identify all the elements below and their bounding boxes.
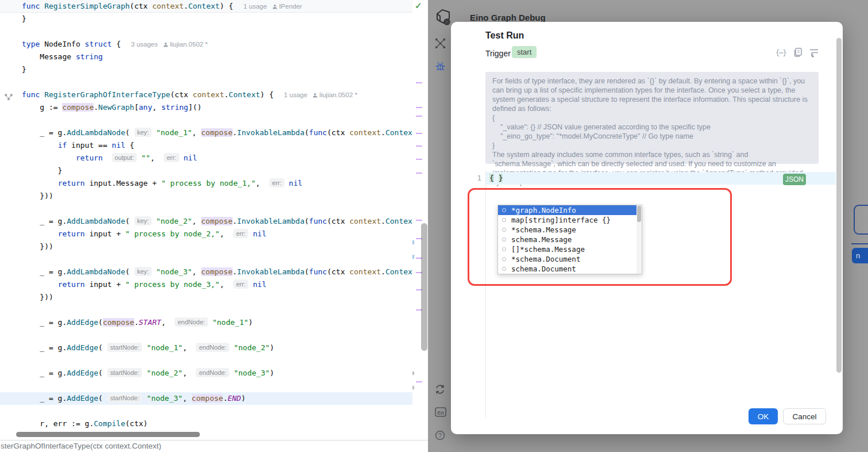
refresh-icon[interactable]: [435, 384, 445, 397]
type-autocomplete-dropdown: *graph.NodeInfomap[string]interface {}*s…: [497, 205, 642, 274]
code-line[interactable]: _ = g.AddEdge(compose.START, endNode: "n…: [0, 316, 412, 329]
autocomplete-items: *graph.NodeInfomap[string]interface {}*s…: [498, 205, 642, 274]
interface-help-note: For fields of type interface, they are r…: [485, 72, 819, 164]
code-line[interactable]: _ = g.AddLambdaNode( key: "node_1", comp…: [0, 127, 412, 139]
code-line[interactable]: [0, 253, 412, 266]
error-stripe[interactable]: [411, 0, 428, 428]
author-hint[interactable]: liujian.0502 *: [313, 91, 357, 98]
vertical-scrollbar[interactable]: [421, 223, 427, 351]
gutter-separator: [485, 170, 486, 417]
inlay-hint: key:: [134, 267, 152, 276]
wrap-return-icon[interactable]: [809, 47, 820, 59]
code-line[interactable]: return output: "", err: nil: [0, 152, 412, 164]
code-editor-pane[interactable]: func RegisterSimpleGraph(ctx context.Con…: [0, 0, 428, 452]
stripe-mark: [416, 82, 422, 83]
code-line[interactable]: [0, 76, 412, 89]
inlay-hint: key:: [134, 128, 152, 137]
author-hint[interactable]: liujian.0502 *: [163, 41, 208, 48]
inlay-hint: endNode:: [196, 343, 229, 352]
code-line[interactable]: return input.Message + " process by node…: [0, 177, 412, 190]
code-line[interactable]: }: [0, 63, 412, 76]
code-line[interactable]: return input + " process by node_3,", er…: [0, 278, 412, 291]
ok-button[interactable]: OK: [749, 408, 778, 424]
usages-hint[interactable]: 3 usages: [131, 41, 158, 48]
horizontal-scrollbar[interactable]: [16, 432, 200, 437]
inlay-hint: startNode:: [107, 393, 142, 403]
copy-icon[interactable]: [793, 47, 804, 59]
code-line[interactable]: if input == nil {: [0, 139, 412, 152]
autocomplete-item[interactable]: *schema.Message: [498, 225, 642, 235]
format-braces-icon[interactable]: {⋯}: [776, 47, 787, 59]
code-line[interactable]: [0, 25, 412, 38]
open-brace: {: [489, 174, 494, 182]
author-hint[interactable]: IPender: [272, 3, 302, 10]
code-line[interactable]: [0, 114, 412, 127]
code-line[interactable]: func RegisterSimpleGraph(ctx context.Con…: [0, 0, 412, 13]
code-line[interactable]: r, err := g.Compile(ctx): [0, 417, 412, 430]
usages-hint[interactable]: 1 usage: [284, 91, 307, 98]
enclosing-function-bar: sterGraphOfInterfaceType(ctx context.Con…: [0, 440, 428, 452]
debug-bug-icon[interactable]: [435, 61, 446, 74]
background-test-run-button[interactable]: n: [852, 248, 868, 263]
code-line[interactable]: Message string: [0, 51, 412, 63]
dropdown-scrollbar-track[interactable]: [636, 205, 642, 274]
code-lines: func RegisterSimpleGraph(ctx context.Con…: [0, 0, 428, 430]
code-line[interactable]: }: [0, 13, 412, 25]
code-line[interactable]: g := compose.NewGraph[any, string](): [0, 101, 412, 114]
inlay-hint: err:: [233, 229, 249, 238]
code-line[interactable]: _ = g.AddLambdaNode( key: "node_2", comp…: [0, 215, 412, 228]
autocomplete-item[interactable]: *schema.Document: [498, 254, 642, 264]
autocomplete-item[interactable]: []*schema.Message: [498, 244, 642, 254]
line-number: 1: [472, 172, 481, 185]
cancel-button[interactable]: Cancel: [783, 408, 826, 424]
help-icon[interactable]: ?: [435, 430, 445, 443]
test-run-modal: Test Run Trigger node start {⋯} For fiel…: [451, 22, 843, 434]
code-line[interactable]: })): [0, 190, 412, 202]
autocomplete-item[interactable]: *graph.NodeInfo: [498, 205, 642, 215]
inlay-hint: err:: [233, 279, 249, 289]
close-brace: }: [499, 174, 503, 182]
code-line[interactable]: [0, 380, 412, 392]
type-circle-icon: [502, 257, 506, 261]
code-line[interactable]: type NodeInfo struct { 3 usagesliujian.0…: [0, 38, 412, 51]
inlay-hint: err:: [164, 153, 179, 162]
code-line[interactable]: [0, 329, 412, 342]
background-input-outline: [858, 212, 868, 228]
type-circle-icon: [502, 208, 506, 212]
code-line[interactable]: [0, 304, 412, 316]
usages-hint[interactable]: 1 usage: [244, 3, 267, 10]
json-input-editor[interactable]: 1 { } JSON *graph.NodeInfomap[string]int…: [451, 170, 843, 419]
code-line[interactable]: func RegisterGraphOfInterfaceType(ctx co…: [0, 89, 412, 101]
code-line[interactable]: })): [0, 291, 412, 304]
graph-nodes-icon[interactable]: [435, 38, 446, 51]
code-line[interactable]: _ = g.AddEdge( startNode: "node_2", endN…: [0, 367, 412, 380]
inlay-hint: output:: [112, 153, 137, 162]
code-line[interactable]: })): [0, 240, 412, 253]
language-en-icon[interactable]: En: [435, 407, 446, 419]
screen: func RegisterSimpleGraph(ctx context.Con…: [0, 0, 868, 452]
autocomplete-item[interactable]: schema.Document: [498, 264, 642, 274]
code-line[interactable]: [0, 202, 412, 215]
inlay-hint: err:: [269, 178, 285, 187]
graph-run-gutter-icon[interactable]: [5, 92, 13, 101]
type-circle-icon: [502, 238, 506, 242]
code-line[interactable]: _ = g.AddEdge( startNode: "node_1", endN…: [0, 342, 412, 354]
code-line[interactable]: [0, 405, 412, 417]
stripe-mark: [412, 371, 414, 375]
editor-code[interactable]: { }: [489, 172, 503, 185]
code-line[interactable]: _ = g.AddEdge( startNode: "node_3", comp…: [0, 392, 412, 405]
code-line[interactable]: _ = g.AddLambdaNode( key: "node_3", comp…: [0, 266, 412, 278]
autocomplete-item[interactable]: schema.Message: [498, 235, 642, 244]
stripe-mark: [412, 255, 414, 259]
modal-scrollbar[interactable]: [836, 38, 842, 373]
dropdown-scrollbar-thumb[interactable]: [637, 206, 641, 222]
code-line[interactable]: [0, 354, 412, 367]
panel-title: Eino Graph Debug: [470, 13, 546, 22]
type-circle-icon: [502, 267, 506, 271]
stripe-mark: [416, 107, 422, 108]
code-line[interactable]: }: [0, 164, 412, 177]
trigger-node-badge: start: [512, 46, 537, 58]
autocomplete-item[interactable]: map[string]interface {}: [498, 215, 642, 225]
code-line[interactable]: return input + " process by node_2,", er…: [0, 228, 412, 240]
type-circle-icon: [502, 218, 506, 222]
